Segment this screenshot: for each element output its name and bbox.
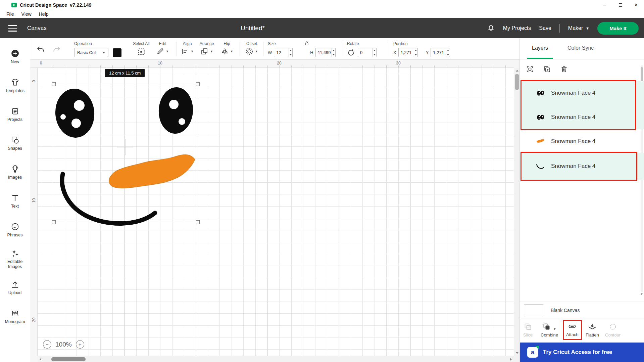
- canvas-horizontal-scrollbar[interactable]: [38, 356, 514, 362]
- sidebar-item-upload[interactable]: Upload: [0, 273, 30, 302]
- position-x-input[interactable]: [398, 48, 418, 57]
- blank-canvas-row: Blank Canvas: [524, 304, 640, 317]
- flip-icon[interactable]: [220, 47, 229, 55]
- cricut-logo-icon: C: [11, 3, 17, 7]
- document-title[interactable]: Untitled*: [241, 25, 265, 32]
- select-all-icon[interactable]: [137, 47, 146, 56]
- panel-scroll-down-icon[interactable]: ▼: [640, 292, 643, 296]
- chevron-down-icon[interactable]: ▼: [166, 50, 169, 53]
- chevron-down-icon: ▼: [586, 26, 589, 30]
- edit-pen-icon[interactable]: [156, 47, 164, 55]
- sidebar-item-projects[interactable]: Projects: [0, 100, 30, 129]
- nose-thumbnail-icon: [535, 136, 545, 146]
- position-group: Position X Y: [393, 41, 450, 57]
- undo-icon[interactable]: [36, 45, 45, 54]
- flip-group: Flip ▼: [217, 41, 236, 55]
- ruler-number: 30: [395, 61, 402, 65]
- canvas-color-swatch[interactable]: [524, 304, 543, 316]
- tab-layers[interactable]: Layers: [527, 38, 553, 59]
- toolbar-divider: [343, 42, 343, 56]
- layer-action-bar: Slice ▼ Combine Attach: [520, 319, 644, 343]
- chevron-down-icon[interactable]: ▼: [210, 50, 213, 53]
- zoom-out-button[interactable]: −: [43, 340, 51, 349]
- layer-row-1[interactable]: Snowman Face 4: [520, 81, 644, 105]
- offset-label: Offset: [246, 41, 257, 46]
- upload-icon: [11, 280, 19, 289]
- app-version: v7.22.149: [70, 2, 92, 8]
- sidebar-item-shapes[interactable]: Shapes: [0, 129, 30, 158]
- my-projects-link[interactable]: My Projects: [503, 25, 531, 31]
- width-input[interactable]: [274, 48, 293, 57]
- offset-icon[interactable]: [245, 47, 253, 55]
- resize-handle-top-left[interactable]: [52, 82, 56, 86]
- header-right: My Projects Save Maker ▼ Make It: [487, 22, 639, 35]
- layer-row-2[interactable]: Snowman Face 4: [520, 105, 644, 129]
- height-input[interactable]: [315, 48, 336, 57]
- operation-dropdown[interactable]: Basic Cut ▼: [74, 48, 108, 57]
- save-link[interactable]: Save: [539, 25, 551, 31]
- scrollbar-thumb[interactable]: [51, 357, 86, 361]
- arrange-icon[interactable]: [200, 47, 208, 55]
- machine-selector[interactable]: Maker ▼: [568, 25, 589, 31]
- position-y-input[interactable]: [431, 48, 450, 57]
- resize-handle-bottom-right[interactable]: [196, 220, 200, 224]
- toolbar-divider: [263, 42, 263, 56]
- operation-color-swatch[interactable]: [113, 48, 121, 57]
- close-button[interactable]: ✕: [628, 0, 644, 10]
- zoom-in-button[interactable]: +: [76, 340, 84, 349]
- sidebar-item-label: Templates: [5, 88, 24, 93]
- lock-icon[interactable]: [304, 41, 309, 46]
- make-it-button[interactable]: Make It: [597, 22, 639, 35]
- chevron-down-icon[interactable]: ▼: [553, 327, 556, 331]
- layer-name: Snowman Face 4: [551, 138, 595, 145]
- menu-file[interactable]: File: [3, 11, 18, 17]
- minimize-button[interactable]: ─: [597, 0, 612, 10]
- rotate-icon[interactable]: [347, 49, 355, 57]
- menu-view[interactable]: View: [18, 11, 35, 17]
- rotate-input[interactable]: [358, 48, 377, 57]
- hamburger-menu-icon[interactable]: [8, 25, 17, 32]
- resize-handle-top-right[interactable]: [196, 82, 200, 86]
- bell-icon[interactable]: [487, 24, 495, 32]
- menu-help[interactable]: Help: [35, 11, 52, 17]
- position-y-stepper[interactable]: [446, 48, 450, 57]
- layer-row-3[interactable]: Snowman Face 4: [520, 129, 644, 153]
- select-layers-icon[interactable]: [526, 65, 534, 73]
- delete-icon[interactable]: [560, 65, 568, 73]
- sidebar-item-phrases[interactable]: Phrases: [0, 216, 30, 244]
- shapes-icon: [11, 136, 19, 144]
- align-icon[interactable]: [181, 47, 189, 55]
- canvas-vertical-scrollbar[interactable]: [514, 68, 519, 356]
- selection-bounding-box[interactable]: [54, 84, 198, 222]
- rotate-label: Rotate: [347, 41, 377, 46]
- position-x-stepper[interactable]: [414, 48, 417, 57]
- tab-color-sync[interactable]: Color Sync: [563, 38, 598, 59]
- resize-handle-bottom-left[interactable]: [52, 220, 56, 224]
- rotate-stepper[interactable]: [373, 48, 376, 57]
- sidebar-item-templates[interactable]: Templates: [0, 71, 30, 100]
- scroll-left-arrow[interactable]: [40, 358, 41, 361]
- width-stepper[interactable]: [289, 48, 292, 57]
- flatten-button[interactable]: Flatten: [586, 323, 599, 337]
- height-stepper[interactable]: [332, 48, 335, 57]
- duplicate-icon[interactable]: [543, 65, 551, 73]
- text-icon: [11, 193, 19, 202]
- scroll-up-arrow[interactable]: [516, 70, 518, 72]
- chevron-down-icon[interactable]: ▼: [230, 50, 233, 53]
- chevron-down-icon[interactable]: ▼: [255, 50, 258, 53]
- sidebar-item-new[interactable]: New: [0, 42, 30, 71]
- sidebar-item-images[interactable]: Images: [0, 158, 30, 187]
- maximize-button[interactable]: [612, 0, 628, 10]
- combine-button[interactable]: ▼ Combine: [541, 323, 558, 337]
- scrollbar-thumb[interactable]: [515, 74, 519, 90]
- sidebar-item-editable-images[interactable]: Editable Images: [0, 244, 30, 273]
- attach-button[interactable]: Attach: [566, 322, 579, 337]
- sidebar-item-monogram[interactable]: Monogram: [0, 302, 30, 331]
- layer-row-4[interactable]: Snowman Face 4: [520, 153, 644, 180]
- scroll-right-arrow[interactable]: [510, 358, 512, 361]
- chevron-down-icon[interactable]: ▼: [191, 50, 194, 53]
- redo-icon[interactable]: [52, 45, 61, 54]
- cricut-access-banner[interactable]: a Try Cricut Access for free: [520, 343, 644, 362]
- scroll-down-arrow[interactable]: [516, 352, 518, 354]
- sidebar-item-text[interactable]: Text: [0, 187, 30, 216]
